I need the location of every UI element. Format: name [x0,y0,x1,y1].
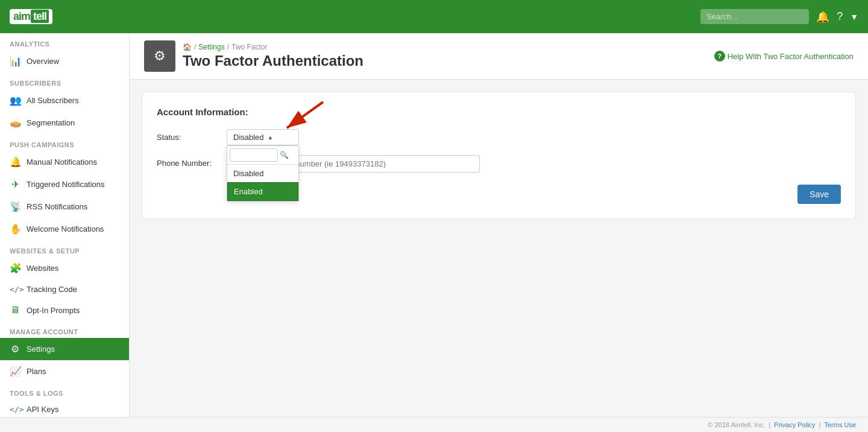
page-header: ⚙ 🏠 / Settings / Two Factor Two Factor A… [130,33,868,80]
triggered-notif-icon: ✈ [10,179,20,190]
dropdown-search-row: 🔍 [227,146,298,165]
sidebar-section-push-campaigns: PUSH CAMPAIGNS [0,134,129,151]
sidebar-section-websites-setup: WEBSITES & SETUP [0,240,129,257]
sidebar-label-all-subscribers: All Subscribers [27,96,79,105]
sidebar-item-welcome-notifications[interactable]: ✋ Welcome Notifications [0,218,129,240]
page-gear-icon: ⚙ [154,48,166,64]
sidebar-item-api-keys[interactable]: </> API Keys [0,399,129,417]
status-label: Status: [157,129,217,142]
phone-label: Phone Number: [157,155,217,168]
footer: © 2018 Aimtell, Inc. | Privacy Policy | … [0,417,868,432]
topnav-search-input[interactable] [700,9,809,24]
help-circle-icon: ? [714,51,725,62]
sidebar-label-welcome-notifications: Welcome Notifications [27,224,104,233]
all-subscribers-icon: 👥 [10,95,20,106]
sidebar-label-opt-in-prompts: Opt-In Prompts [27,306,80,315]
dropdown-option-enabled[interactable]: Enabled [227,182,298,201]
status-dropdown-value: Disabled [233,133,264,142]
sidebar-label-websites: Websites [27,264,58,273]
plans-icon: 📈 [10,366,20,377]
sidebar-label-manual-notifications: Manual Notifications [27,157,97,167]
user-dropdown-icon[interactable]: ▼ [850,12,858,22]
topnav-right: 🔔 ? ▼ [700,9,858,24]
settings-icon: ⚙ [10,343,20,355]
segmentation-icon: 🥧 [10,117,20,129]
sidebar-section-analytics: ANALYTICS [0,33,129,50]
dropdown-search-input[interactable] [230,148,278,162]
sidebar-section-subscribers: SUBSCRIBERS [0,72,129,89]
breadcrumb-two-factor: Two Factor [231,43,267,51]
sidebar-label-settings: Settings [27,345,55,354]
status-dropdown-trigger[interactable]: Disabled ▲ [227,129,299,145]
sidebar-section-tools-logs: TOOLS & LOGS [0,383,129,399]
sidebar-item-all-subscribers[interactable]: 👥 All Subscribers [0,89,129,112]
websites-icon: 🧩 [10,262,20,274]
opt-in-icon: 🖥 [10,305,20,316]
logo: aimtell [10,9,52,24]
sidebar-label-tracking-code: Tracking Code [27,285,77,294]
sidebar-item-websites[interactable]: 🧩 Websites [0,257,129,279]
sidebar-label-plans: Plans [27,367,46,376]
sidebar-item-segmentation[interactable]: 🥧 Segmentation [0,112,129,134]
overview-icon: 📊 [10,56,20,67]
account-info-title: Account Information: [157,107,841,117]
welcome-notif-icon: ✋ [10,223,20,235]
main-content: ⚙ 🏠 / Settings / Two Factor Two Factor A… [130,33,868,417]
sidebar-item-overview[interactable]: 📊 Overview [0,50,129,72]
help-icon[interactable]: ? [837,10,843,23]
rss-notif-icon: 📡 [10,201,20,212]
sidebar-label-overview: Overview [27,57,59,66]
breadcrumb-settings-link[interactable]: Settings [198,43,224,51]
bell-icon[interactable]: 🔔 [816,10,829,24]
privacy-policy-link[interactable]: Privacy Policy [774,421,815,428]
sidebar-item-opt-in-prompts[interactable]: 🖥 Opt-In Prompts [0,299,129,321]
sidebar: ANALYTICS 📊 Overview SUBSCRIBERS 👥 All S… [0,33,130,417]
api-keys-icon: </> [10,405,20,414]
tracking-code-icon: </> [10,285,20,294]
status-dropdown-menu: 🔍 Disabled Enabled [227,145,299,202]
sidebar-item-triggered-notifications[interactable]: ✈ Triggered Notifications [0,173,129,195]
status-dropdown-container: Disabled ▲ 🔍 Disabled Enabled [227,129,299,145]
sidebar-item-plans[interactable]: 📈 Plans [0,360,129,383]
breadcrumb-home-icon[interactable]: 🏠 [183,43,192,51]
help-link[interactable]: ? Help With Two Factor Authentication [714,51,854,62]
terms-use-link[interactable]: Terms Use [824,421,856,428]
page-title-area: 🏠 / Settings / Two Factor Two Factor Aut… [183,43,363,69]
topnav: aimtell 🔔 ? ▼ [0,0,868,33]
logo-text: aimtell [13,10,49,23]
sidebar-item-settings[interactable]: ⚙ Settings [0,338,129,360]
dropdown-option-disabled[interactable]: Disabled [227,165,298,182]
sidebar-label-rss-notifications: RSS Notifications [27,202,87,211]
breadcrumb: 🏠 / Settings / Two Factor [183,43,363,51]
sidebar-label-api-keys: API Keys [27,405,58,414]
logo-box: aimtell [10,9,52,24]
sidebar-item-tracking-code[interactable]: </> Tracking Code [0,279,129,299]
page-title: Two Factor Authentication [183,52,363,69]
sidebar-section-manage-account: MANAGE ACCOUNT [0,321,129,338]
page-icon-box: ⚙ [144,40,175,72]
save-button[interactable]: Save [797,185,841,204]
main-layout: ANALYTICS 📊 Overview SUBSCRIBERS 👥 All S… [0,33,868,417]
status-form-row: Status: Disabled ▲ [157,129,841,145]
sidebar-item-manual-notifications[interactable]: 🔔 Manual Notifications [0,151,129,173]
footer-copyright: © 2018 Aimtell, Inc. [708,421,765,428]
sidebar-label-segmentation: Segmentation [27,118,75,127]
dropdown-search-icon: 🔍 [280,151,289,159]
dropdown-up-arrow-icon: ▲ [268,134,274,141]
sidebar-item-rss-notifications[interactable]: 📡 RSS Notifications [0,195,129,218]
sidebar-label-triggered-notifications: Triggered Notifications [27,180,105,189]
account-info-card: Account Information: Status: [142,92,856,219]
manual-notif-icon: 🔔 [10,156,20,168]
help-link-text: Help With Two Factor Authentication [728,52,854,61]
page-header-left: ⚙ 🏠 / Settings / Two Factor Two Factor A… [144,40,363,72]
